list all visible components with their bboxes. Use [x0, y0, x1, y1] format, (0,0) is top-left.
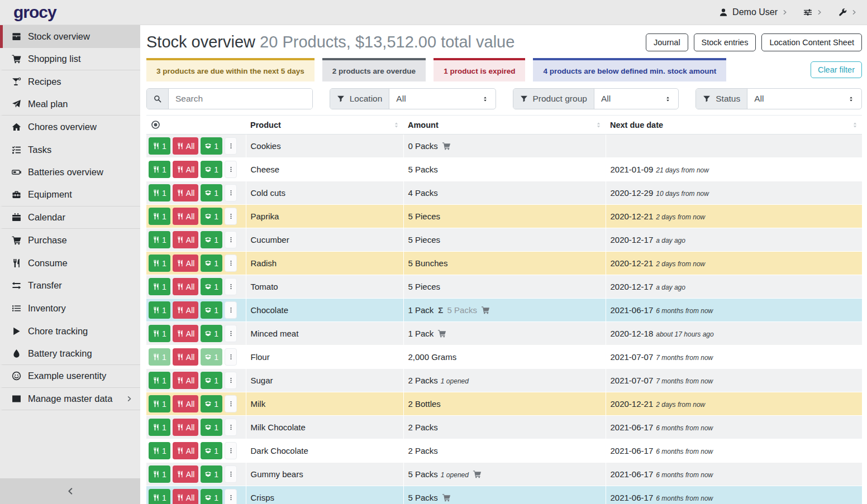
row-menu-button[interactable] — [225, 137, 237, 155]
alert-info[interactable]: 4 products are below defined min. stock … — [533, 58, 726, 81]
row-menu-button[interactable] — [225, 489, 237, 504]
consume-all-button[interactable]: All — [173, 255, 199, 272]
row-menu-button[interactable] — [225, 372, 237, 389]
open-one-button[interactable]: 1 — [201, 255, 222, 272]
open-one-button[interactable]: 1 — [201, 419, 222, 436]
sidebar-item-chore-tracking[interactable]: Chore tracking — [0, 320, 140, 343]
sidebar-item-calendar[interactable]: Calendar — [0, 207, 140, 229]
consume-one-button[interactable]: 1 — [149, 419, 170, 436]
consume-one-button[interactable]: 1 — [149, 255, 170, 272]
consume-one-button[interactable]: 1 — [149, 301, 170, 319]
status-select[interactable]: All — [747, 89, 861, 109]
row-menu-button[interactable] — [225, 465, 237, 483]
open-one-button[interactable]: 1 — [201, 278, 222, 295]
sidebar-item-consume[interactable]: Consume — [0, 252, 140, 275]
sidebar-item-inventory[interactable]: Inventory — [0, 297, 140, 320]
row-menu-button[interactable] — [225, 255, 237, 272]
clear-filter-button[interactable]: Clear filter — [811, 61, 862, 78]
shopping-cart-icon[interactable] — [481, 306, 490, 314]
product-column-header[interactable]: Product — [246, 116, 403, 135]
consume-all-button[interactable]: All — [173, 137, 199, 155]
sidebar-item-battery-tracking[interactable]: Battery tracking — [0, 342, 140, 365]
row-menu-button[interactable] — [225, 278, 237, 295]
consume-one-button[interactable]: 1 — [149, 208, 170, 225]
location-content-sheet-button[interactable]: Location Content Sheet — [761, 33, 862, 51]
consume-one-button[interactable]: 1 — [149, 442, 170, 459]
settings-menu[interactable] — [803, 8, 822, 17]
sidebar-item-manage-master-data[interactable]: Manage master data — [0, 388, 140, 411]
sidebar-item-transfer[interactable]: Transfer — [0, 275, 140, 297]
consume-one-button[interactable]: 1 — [149, 137, 170, 155]
consume-all-button[interactable]: All — [173, 208, 199, 225]
user-menu[interactable]: Demo User — [719, 7, 788, 17]
alert-secondary[interactable]: 2 products are overdue — [322, 58, 426, 81]
consume-one-button[interactable]: 1 — [149, 184, 170, 201]
consume-one-button[interactable]: 1 — [149, 372, 170, 389]
alert-warning[interactable]: 3 products are due within the next 5 day… — [146, 58, 315, 81]
amount-column-header[interactable]: Amount — [403, 116, 606, 135]
row-menu-button[interactable] — [225, 348, 237, 366]
sidebar-item-stock-overview[interactable]: Stock overview — [0, 25, 140, 48]
location-select[interactable]: All — [389, 89, 495, 109]
open-one-button[interactable]: 1 — [201, 372, 222, 389]
consume-all-button[interactable]: All — [173, 489, 199, 504]
consume-one-button[interactable]: 1 — [149, 231, 170, 248]
consume-one-button[interactable]: 1 — [149, 161, 170, 178]
consume-all-button[interactable]: All — [173, 184, 199, 201]
search-input[interactable] — [169, 89, 312, 109]
sidebar-item-equipment[interactable]: Equipment — [0, 184, 140, 207]
consume-all-button[interactable]: All — [173, 372, 199, 389]
consume-one-button[interactable]: 1 — [149, 489, 170, 504]
open-one-button[interactable]: 1 — [201, 325, 222, 342]
consume-all-button[interactable]: All — [173, 231, 199, 248]
row-menu-button[interactable] — [225, 184, 237, 201]
row-menu-button[interactable] — [225, 231, 237, 248]
sidebar-item-example-userentity[interactable]: Example userentity — [0, 365, 140, 388]
consume-all-button[interactable]: All — [173, 465, 199, 483]
open-one-button[interactable]: 1 — [201, 208, 222, 225]
row-menu-button[interactable] — [225, 161, 237, 178]
row-menu-button[interactable] — [225, 395, 237, 412]
next-due-date-column-header[interactable]: Next due date — [606, 116, 862, 135]
shopping-cart-icon[interactable] — [437, 329, 446, 338]
consume-all-button[interactable]: All — [173, 161, 199, 178]
sidebar-item-chores-overview[interactable]: Chores overview — [0, 116, 140, 138]
consume-all-button[interactable]: All — [173, 419, 199, 436]
product-group-select[interactable]: All — [594, 89, 678, 109]
sidebar-item-recipes[interactable]: Recipes — [0, 70, 140, 93]
open-one-button[interactable]: 1 — [201, 442, 222, 459]
open-one-button[interactable]: 1 — [201, 348, 222, 366]
sidebar-collapse-button[interactable] — [0, 478, 140, 504]
consume-all-button[interactable]: All — [173, 278, 199, 295]
open-one-button[interactable]: 1 — [201, 137, 222, 155]
sidebar-item-batteries-overview[interactable]: Batteries overview — [0, 161, 140, 184]
consume-one-button[interactable]: 1 — [149, 465, 170, 483]
row-menu-button[interactable] — [225, 419, 237, 436]
consume-all-button[interactable]: All — [173, 395, 199, 412]
open-one-button[interactable]: 1 — [201, 489, 222, 504]
open-one-button[interactable]: 1 — [201, 301, 222, 319]
journal-button[interactable]: Journal — [646, 33, 688, 51]
consume-one-button[interactable]: 1 — [149, 348, 170, 366]
sidebar-item-meal-plan[interactable]: Meal plan — [0, 93, 140, 116]
row-menu-button[interactable] — [225, 208, 237, 225]
consume-one-button[interactable]: 1 — [149, 325, 170, 342]
consume-one-button[interactable]: 1 — [149, 395, 170, 412]
shopping-cart-icon[interactable] — [442, 142, 451, 150]
open-one-button[interactable]: 1 — [201, 465, 222, 483]
open-one-button[interactable]: 1 — [201, 231, 222, 248]
sidebar-item-tasks[interactable]: Tasks — [0, 138, 140, 161]
row-menu-button[interactable] — [225, 442, 237, 459]
row-menu-button[interactable] — [225, 325, 237, 342]
consume-one-button[interactable]: 1 — [149, 278, 170, 295]
open-one-button[interactable]: 1 — [201, 184, 222, 201]
stock-entries-button[interactable]: Stock entries — [694, 33, 756, 51]
consume-all-button[interactable]: All — [173, 442, 199, 459]
shopping-cart-icon[interactable] — [473, 470, 482, 478]
row-menu-button[interactable] — [225, 301, 237, 319]
consume-all-button[interactable]: All — [173, 301, 199, 319]
sidebar-item-purchase[interactable]: Purchase — [0, 229, 140, 252]
shopping-cart-icon[interactable] — [442, 493, 451, 502]
alert-danger[interactable]: 1 product is expired — [434, 58, 525, 81]
consume-all-button[interactable]: All — [173, 325, 199, 342]
